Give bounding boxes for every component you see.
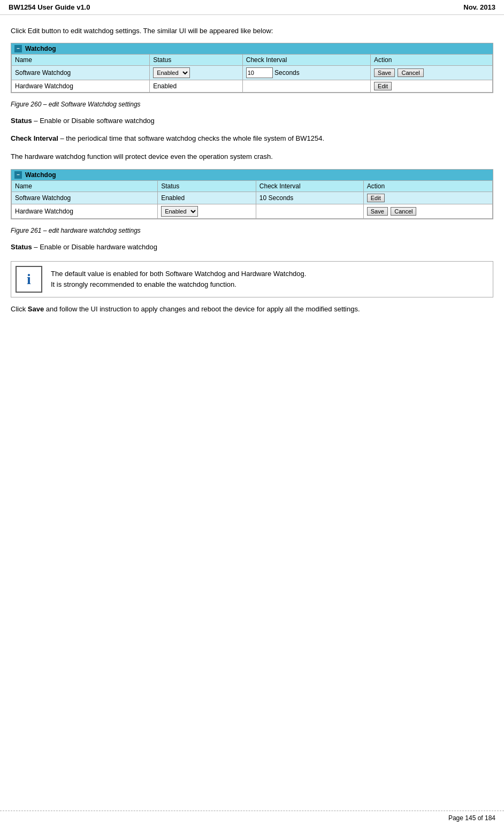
row1-status-2: Enabled xyxy=(158,192,256,204)
watchdog-title-1: Watchdog xyxy=(25,45,56,52)
hardware-intro-text: The hardware watchdog function will prot… xyxy=(11,151,493,162)
col-header-status-1: Status xyxy=(150,54,243,65)
status-description-2: Status – Enable or Disable hardware watc… xyxy=(11,242,493,253)
col-header-name-1: Name xyxy=(12,54,150,65)
status-desc-1: – Enable or Disable software watchdog xyxy=(34,117,154,125)
save-button-1[interactable]: Save xyxy=(374,68,395,77)
row2-check-interval-2 xyxy=(256,204,363,219)
watchdog-table-2: – Watchdog Name Status Check Interval Ac… xyxy=(11,169,493,219)
row1-action: Save Cancel xyxy=(371,65,493,80)
row1-action-2: Edit xyxy=(363,192,492,204)
doc-date: Nov. 2013 xyxy=(463,3,495,11)
row2-name-2: Hardware Watchdog xyxy=(12,204,158,219)
save-instruction-bold: Save xyxy=(28,305,44,313)
watchdog-collapse-icon-2[interactable]: – xyxy=(14,171,22,179)
table-row: Hardware Watchdog Enabled Edit xyxy=(12,80,493,92)
row2-check-interval xyxy=(242,80,370,92)
table-row: Software Watchdog Enabled 10 Seconds Edi… xyxy=(12,192,493,204)
save-button-2[interactable]: Save xyxy=(367,207,388,216)
row1-check-interval[interactable]: Seconds xyxy=(242,65,370,80)
row2-action: Edit xyxy=(371,80,493,92)
check-interval-input-1[interactable] xyxy=(246,67,273,78)
watchdog-title-2: Watchdog xyxy=(25,171,56,179)
col-header-action-2: Action xyxy=(363,181,492,192)
row2-name: Hardware Watchdog xyxy=(12,80,150,92)
doc-title: BW1254 User Guide v1.0 xyxy=(9,3,90,11)
watchdog-title-bar-1: – Watchdog xyxy=(11,43,493,54)
check-interval-desc: – the periodical time that software watc… xyxy=(60,134,325,142)
table-row: Software Watchdog Enabled Disabled Secon… xyxy=(12,65,493,80)
intro-text: Click Edit button to edit watchdog setti… xyxy=(11,26,493,36)
row1-name-2: Software Watchdog xyxy=(12,192,158,204)
row1-status[interactable]: Enabled Disabled xyxy=(150,65,243,80)
watchdog-table-grid-2: Name Status Check Interval Action Softwa… xyxy=(11,180,493,219)
watchdog-table-grid-1: Name Status Check Interval Action Softwa… xyxy=(11,54,493,93)
check-interval-term: Check Interval xyxy=(11,134,58,142)
info-icon: i xyxy=(16,266,42,293)
save-instruction-prefix: Click xyxy=(11,305,28,313)
footer: Page 145 of 184 xyxy=(0,811,504,825)
check-interval-description: Check Interval – the periodical time tha… xyxy=(11,133,493,144)
row2-action-2: Save Cancel xyxy=(363,204,492,219)
col-header-check-interval-2: Check Interval xyxy=(256,181,363,192)
save-instruction-suffix: and follow the UI instruction to apply c… xyxy=(44,305,360,313)
row2-status-2[interactable]: Enabled Disabled xyxy=(158,204,256,219)
info-text: The default value is enabled for both So… xyxy=(51,269,306,289)
cancel-button-1[interactable]: Cancel xyxy=(398,68,423,77)
status-term-2: Status xyxy=(11,243,32,251)
col-header-name-2: Name xyxy=(12,181,158,192)
watchdog-collapse-icon-1[interactable]: – xyxy=(14,45,22,52)
col-header-status-2: Status xyxy=(158,181,256,192)
save-instruction: Click Save and follow the UI instruction… xyxy=(11,304,493,315)
row2-status: Enabled xyxy=(150,80,243,92)
edit-button-1[interactable]: Edit xyxy=(374,82,392,90)
info-box: i The default value is enabled for both … xyxy=(11,261,493,297)
page-info: Page 145 of 184 xyxy=(448,814,495,822)
status-description-1: Status – Enable or Disable software watc… xyxy=(11,116,493,126)
watchdog-table-1: – Watchdog Name Status Check Interval Ac… xyxy=(11,43,493,93)
figure-caption-1: Figure 260 – edit Software Watchdog sett… xyxy=(11,100,493,109)
col-header-check-interval-1: Check Interval xyxy=(242,54,370,65)
watchdog-title-bar-2: – Watchdog xyxy=(11,170,493,180)
status-select-2[interactable]: Enabled Disabled xyxy=(161,206,198,217)
table-row: Hardware Watchdog Enabled Disabled Save … xyxy=(12,204,493,219)
row1-check-interval-2: 10 Seconds xyxy=(256,192,363,204)
info-text-line1: The default value is enabled for both So… xyxy=(51,269,306,279)
check-interval-unit-1: Seconds xyxy=(274,69,300,77)
edit-button-2[interactable]: Edit xyxy=(367,194,385,202)
cancel-button-2[interactable]: Cancel xyxy=(391,207,416,216)
status-desc-2: – Enable or Disable hardware watchdog xyxy=(34,243,157,251)
col-header-action-1: Action xyxy=(371,54,493,65)
info-text-line2: It is strongly recommended to enable the… xyxy=(51,279,306,290)
row1-name: Software Watchdog xyxy=(12,65,150,80)
status-term-1: Status xyxy=(11,117,32,125)
figure-caption-2: Figure 261 – edit hardware watchdog sett… xyxy=(11,226,493,235)
status-select-1[interactable]: Enabled Disabled xyxy=(153,67,190,78)
